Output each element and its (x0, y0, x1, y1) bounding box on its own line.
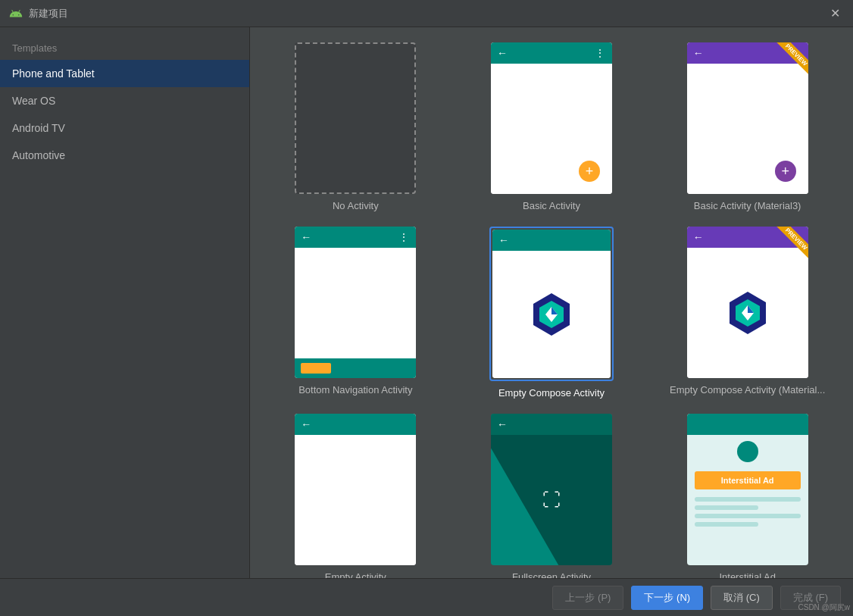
back-button[interactable]: 上一步 (P) (552, 586, 623, 610)
sidebar-item-phone-tablet[interactable]: Phone and Tablet (0, 60, 249, 87)
basic-activity-topbar: ← ⋮ (491, 42, 612, 64)
back-arrow-icon: ← (498, 234, 509, 246)
fullscreen-icon: ⛶ (542, 489, 561, 511)
template-label-empty-activity: Empty Activity (325, 571, 386, 578)
fullscreen-card: ← ⛶ (491, 414, 612, 565)
sidebar-item-wear-os[interactable]: Wear OS (0, 87, 249, 114)
title-bar-text: 新建项目 (29, 7, 68, 20)
interstitial-line-1 (695, 497, 801, 502)
basic-activity-card: ← ⋮ + (491, 42, 612, 194)
android-icon (9, 7, 23, 20)
empty-compose-m-card: ← PREVIEW (687, 227, 808, 378)
template-label-basic-activity-m3: Basic Activity (Material3) (694, 200, 801, 211)
template-fullscreen[interactable]: ← ⛶ Fullscreen Activity (461, 414, 642, 578)
sidebar-item-automotive[interactable]: Automotive (0, 142, 249, 169)
interstitial-line-4 (695, 522, 758, 527)
back-arrow-icon: ← (497, 418, 508, 430)
basic-activity-m3-body: + (687, 64, 808, 194)
template-label-basic-activity: Basic Activity (523, 200, 580, 211)
basic-activity-body: + (491, 64, 612, 194)
bottom-nav-bar (295, 358, 416, 378)
empty-activity-card: ← (295, 414, 416, 565)
overflow-icon: ⋮ (398, 231, 410, 243)
sidebar-item-android-tv[interactable]: Android TV (0, 114, 249, 142)
template-area: No Activity ← ⋮ + Basic Activity (250, 27, 853, 578)
back-arrow-icon: ← (301, 418, 311, 430)
close-button[interactable]: ✕ (826, 5, 844, 23)
interstitial-line-2 (695, 505, 758, 510)
back-arrow-icon: ← (693, 231, 704, 243)
empty-compose-body (492, 251, 611, 378)
back-arrow-icon: ← (693, 47, 704, 59)
title-bar: 新建项目 ✕ (0, 0, 853, 27)
basic-activity-m3-card: ← ⋮ + PREVIEW (687, 42, 808, 194)
empty-compose-card: ← (492, 230, 611, 378)
bottom-nav-tab (301, 363, 331, 374)
interstitial-line-3 (695, 514, 801, 518)
empty-compose-m-body (687, 248, 808, 378)
watermark: CSDN @阿尻w (798, 602, 851, 613)
template-empty-activity[interactable]: ← Empty Activity (265, 414, 446, 578)
dialog-bar: 上一步 (P) 下一步 (N) 取消 (C) 完成 (F) (0, 578, 853, 616)
back-arrow-icon: ← (301, 231, 311, 243)
empty-compose-topbar: ← (492, 230, 611, 251)
template-label-fullscreen: Fullscreen Activity (512, 571, 591, 578)
template-interstitial-ad[interactable]: Interstitial Ad Interstitial Ad (657, 414, 838, 578)
interstitial-ad-card: Interstitial Ad (687, 414, 808, 565)
templates-grid: No Activity ← ⋮ + Basic Activity (265, 42, 838, 578)
interstitial-ad-banner: Interstitial Ad (695, 471, 801, 489)
interstitial-lines (687, 494, 808, 533)
preview-badge: PREVIEW (770, 42, 808, 80)
preview-badge-text: PREVIEW (776, 227, 808, 258)
sidebar-section-label: Templates (0, 33, 249, 60)
overflow-icon: ⋮ (595, 47, 606, 59)
sidebar: Templates Phone and Tablet Wear OS Andro… (0, 27, 250, 578)
interstitial-circle (737, 441, 758, 462)
fab-button: + (579, 161, 600, 182)
interstitial-topbar (687, 414, 808, 435)
template-label-empty-compose: Empty Compose Activity (498, 387, 605, 399)
template-basic-activity[interactable]: ← ⋮ + Basic Activity (461, 42, 642, 211)
template-label-bottom-nav: Bottom Navigation Activity (298, 384, 412, 396)
bottom-nav-topbar: ← ⋮ (295, 227, 416, 248)
empty-activity-body (295, 435, 416, 565)
main-content: Templates Phone and Tablet Wear OS Andro… (0, 27, 853, 578)
template-label-interstitial-ad: Interstitial Ad (719, 571, 775, 578)
no-activity-card (295, 42, 416, 194)
template-bottom-nav[interactable]: ← ⋮ Bottom Navigation Activity (265, 227, 446, 399)
template-basic-activity-material3[interactable]: ← ⋮ + PREVIEW Basic Activity (Material3) (657, 42, 838, 211)
bottom-nav-card: ← ⋮ (295, 227, 416, 378)
selected-border: ← (489, 227, 614, 381)
compose-logo-icon (527, 290, 576, 339)
template-label-no-activity: No Activity (333, 200, 379, 211)
cancel-button[interactable]: 取消 (C) (711, 586, 773, 610)
template-empty-compose-material[interactable]: ← PREVIEW Empty Compose Activi (657, 227, 838, 399)
preview-badge-text: PREVIEW (776, 42, 808, 74)
template-no-activity[interactable]: No Activity (265, 42, 446, 211)
fab-purple-button: + (775, 161, 796, 182)
empty-activity-topbar: ← (295, 414, 416, 435)
back-arrow-icon: ← (497, 47, 508, 59)
template-empty-compose[interactable]: ← (461, 227, 642, 399)
fullscreen-body: ⛶ (491, 435, 612, 565)
preview-badge-compose-m: PREVIEW (770, 227, 808, 264)
fullscreen-topbar: ← (491, 414, 612, 435)
next-button[interactable]: 下一步 (N) (631, 586, 703, 610)
template-label-empty-compose-m: Empty Compose Activity (Material... (670, 384, 825, 396)
compose-logo-m-icon (723, 289, 772, 337)
bottom-nav-body (295, 248, 416, 358)
